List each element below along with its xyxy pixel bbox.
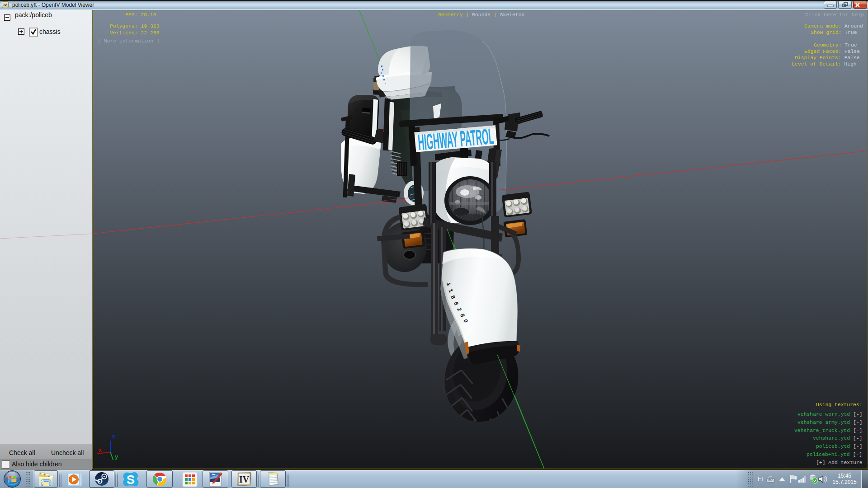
- svg-text:y: y: [115, 453, 118, 460]
- svg-text:x: x: [99, 446, 102, 453]
- svg-text:IV: IV: [239, 474, 250, 484]
- svg-text:S: S: [127, 473, 135, 487]
- svg-text:z: z: [112, 433, 115, 440]
